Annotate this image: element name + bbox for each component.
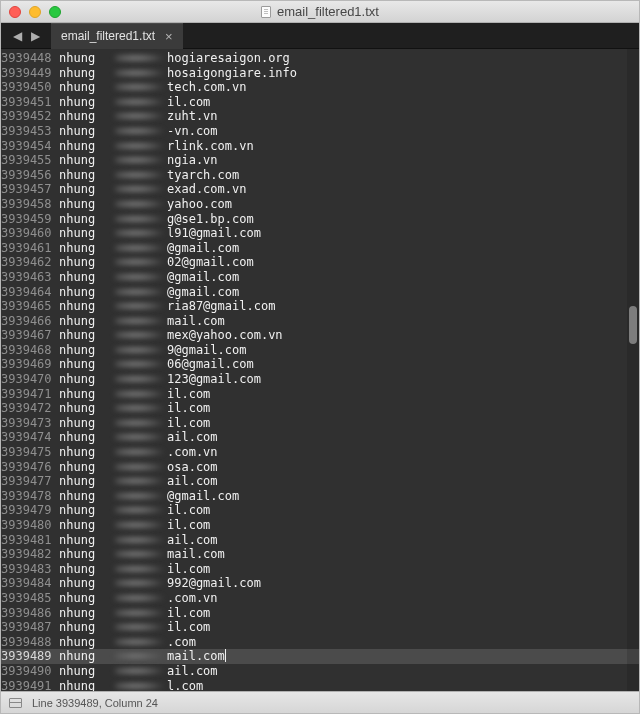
col-domain: yahoo.com (167, 197, 639, 212)
scrollbar[interactable] (627, 49, 639, 691)
text-cursor (225, 649, 226, 662)
line-number: 3939470 (1, 372, 59, 387)
redacted-segment (115, 110, 167, 122)
col-domain: .com.vn (167, 445, 639, 460)
redacted-segment (115, 271, 167, 283)
line-number: 3939460 (1, 226, 59, 241)
line-number: 3939463 (1, 270, 59, 285)
titlebar[interactable]: email_filtered1.txt (1, 1, 639, 23)
editor-line[interactable]: 3939487nhungil.com (1, 620, 639, 635)
nav-back-icon[interactable]: ◀ (9, 29, 25, 43)
col-domain: osa.com (167, 460, 639, 475)
editor-line[interactable]: 3939456nhungtyarch.com (1, 168, 639, 183)
col-username: nhung (59, 226, 115, 241)
col-domain: il.com (167, 606, 639, 621)
scrollbar-thumb[interactable] (629, 306, 637, 344)
editor-line[interactable]: 3939454nhungrlink.com.vn (1, 139, 639, 154)
editor-line[interactable]: 3939486nhungil.com (1, 606, 639, 621)
editor-line[interactable]: 3939458nhungyahoo.com (1, 197, 639, 212)
line-number: 3939450 (1, 80, 59, 95)
editor-line[interactable]: 3939463nhung@gmail.com (1, 270, 639, 285)
col-domain: mail.com (167, 547, 639, 562)
editor-line[interactable]: 3939470nhung123@gmail.com (1, 372, 639, 387)
editor-line[interactable]: 3939478nhung@gmail.com (1, 489, 639, 504)
col-username: nhung (59, 547, 115, 562)
editor-line[interactable]: 3939450nhungtech.com.vn (1, 80, 639, 95)
col-domain: 123@gmail.com (167, 372, 639, 387)
line-number: 3939449 (1, 66, 59, 81)
redacted-segment (115, 417, 167, 429)
editor-line[interactable]: 3939464nhung@gmail.com (1, 285, 639, 300)
panel-switch-icon[interactable] (9, 698, 22, 708)
editor-line[interactable]: 3939483nhungil.com (1, 562, 639, 577)
editor-line[interactable]: 3939449nhunghosaigongiare.info (1, 66, 639, 81)
editor-area[interactable]: 3939448nhunghogiaresaigon.org3939449nhun… (1, 49, 639, 691)
redacted-segment (115, 300, 167, 312)
tab-close-icon[interactable]: × (165, 30, 173, 43)
editor-line[interactable]: 3939475nhung.com.vn (1, 445, 639, 460)
col-domain: 06@gmail.com (167, 357, 639, 372)
editor-line[interactable]: 3939472nhungil.com (1, 401, 639, 416)
editor-line[interactable]: 3939466nhungmail.com (1, 314, 639, 329)
editor-line[interactable]: 3939455nhungngia.vn (1, 153, 639, 168)
editor-line[interactable]: 3939490nhungail.com (1, 664, 639, 679)
editor-line[interactable]: 3939457nhungexad.com.vn (1, 182, 639, 197)
editor-line[interactable]: 3939460nhungl91@gmail.com (1, 226, 639, 241)
minimize-icon[interactable] (29, 6, 41, 18)
line-number: 3939468 (1, 343, 59, 358)
editor-line[interactable]: 3939479nhungil.com (1, 503, 639, 518)
line-number: 3939488 (1, 635, 59, 650)
editor-line[interactable]: 3939468nhung9@gmail.com (1, 343, 639, 358)
col-username: nhung (59, 533, 115, 548)
editor-line[interactable]: 3939462nhung02@gmail.com (1, 255, 639, 270)
col-username: nhung (59, 139, 115, 154)
col-domain: zuht.vn (167, 109, 639, 124)
col-username: nhung (59, 649, 115, 664)
line-number: 3939457 (1, 182, 59, 197)
editor-line[interactable]: 3939471nhungil.com (1, 387, 639, 402)
maximize-icon[interactable] (49, 6, 61, 18)
editor-line[interactable]: 3939465nhungria87@gmail.com (1, 299, 639, 314)
editor-line[interactable]: 3939453nhung-vn.com (1, 124, 639, 139)
editor-line[interactable]: 3939482nhungmail.com (1, 547, 639, 562)
editor-line[interactable]: 3939477nhungail.com (1, 474, 639, 489)
col-domain: mex@yahoo.com.vn (167, 328, 639, 343)
editor-line[interactable]: 3939481nhungail.com (1, 533, 639, 548)
editor-line[interactable]: 3939459nhungg@se1.bp.com (1, 212, 639, 227)
tab-active[interactable]: email_filtered1.txt × (51, 23, 183, 49)
editor-line[interactable]: 3939491nhungl.com (1, 679, 639, 691)
line-number: 3939485 (1, 591, 59, 606)
editor-line[interactable]: 3939474nhungail.com (1, 430, 639, 445)
editor-line[interactable]: 3939480nhungil.com (1, 518, 639, 533)
editor-line[interactable]: 3939448nhunghogiaresaigon.org (1, 51, 639, 66)
col-username: nhung (59, 66, 115, 81)
editor-line[interactable]: 3939489nhungmail.com (1, 649, 639, 664)
close-icon[interactable] (9, 6, 21, 18)
col-username: nhung (59, 474, 115, 489)
redacted-segment (115, 636, 167, 648)
line-number: 3939476 (1, 460, 59, 475)
col-domain: g@se1.bp.com (167, 212, 639, 227)
col-domain: ail.com (167, 664, 639, 679)
editor-line[interactable]: 3939484nhung992@gmail.com (1, 576, 639, 591)
col-username: nhung (59, 343, 115, 358)
nav-forward-icon[interactable]: ▶ (27, 29, 43, 43)
editor-line[interactable]: 3939488nhung.com (1, 635, 639, 650)
editor-line[interactable]: 3939461nhung@gmail.com (1, 241, 639, 256)
col-domain: 9@gmail.com (167, 343, 639, 358)
redacted-segment (115, 183, 167, 195)
editor-line[interactable]: 3939452nhungzuht.vn (1, 109, 639, 124)
editor-line[interactable]: 3939451nhungil.com (1, 95, 639, 110)
editor-line[interactable]: 3939469nhung06@gmail.com (1, 357, 639, 372)
line-number: 3939477 (1, 474, 59, 489)
window-title: email_filtered1.txt (1, 4, 639, 19)
redacted-segment (115, 125, 167, 137)
editor-line[interactable]: 3939467nhungmex@yahoo.com.vn (1, 328, 639, 343)
redacted-segment (115, 388, 167, 400)
redacted-segment (115, 96, 167, 108)
editor-line[interactable]: 3939473nhungil.com (1, 416, 639, 431)
editor-line[interactable]: 3939476nhungosa.com (1, 460, 639, 475)
col-username: nhung (59, 591, 115, 606)
editor-line[interactable]: 3939485nhung.com.vn (1, 591, 639, 606)
redacted-segment (115, 563, 167, 575)
